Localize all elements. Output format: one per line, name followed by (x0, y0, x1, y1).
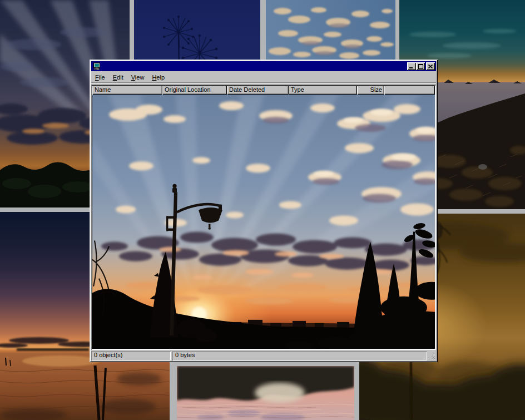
menu-edit[interactable]: Edit (109, 72, 127, 82)
recycle-bin-window: File Edit View Help Name Original Locati… (90, 60, 438, 362)
menu-file[interactable]: File (91, 72, 109, 82)
minimize-icon[interactable] (407, 62, 416, 70)
column-header-name[interactable]: Name (92, 86, 162, 95)
folder-view[interactable] (92, 95, 435, 349)
column-header-date-deleted[interactable]: Date Deleted (227, 86, 289, 95)
sunset-lamp-photo (92, 95, 435, 349)
column-header-row: Name Original Location Date Deleted Type… (92, 86, 435, 95)
menu-bar: File Edit View Help (91, 72, 436, 83)
menu-view[interactable]: View (127, 72, 148, 82)
maximize-icon[interactable] (416, 62, 425, 70)
title-bar[interactable] (91, 61, 436, 71)
status-size: 0 bytes (172, 351, 427, 360)
list-view: Name Original Location Date Deleted Type… (91, 85, 436, 350)
menu-help[interactable]: Help (148, 72, 169, 82)
resize-grip-icon[interactable] (428, 353, 435, 360)
column-header-type[interactable]: Type (289, 86, 357, 95)
wallpaper-photo-pink-water-reflection (177, 366, 354, 420)
desktop-wallpaper: File Edit View Help Name Original Locati… (0, 0, 525, 420)
status-object-count: 0 object(s) (91, 351, 171, 360)
column-header-filler (384, 86, 435, 95)
computer-icon[interactable] (93, 62, 101, 70)
column-header-original-location[interactable]: Original Location (162, 86, 227, 95)
close-icon[interactable] (426, 62, 435, 70)
column-header-size[interactable]: Size (357, 86, 384, 95)
status-bar: 0 object(s) 0 bytes (91, 350, 436, 360)
